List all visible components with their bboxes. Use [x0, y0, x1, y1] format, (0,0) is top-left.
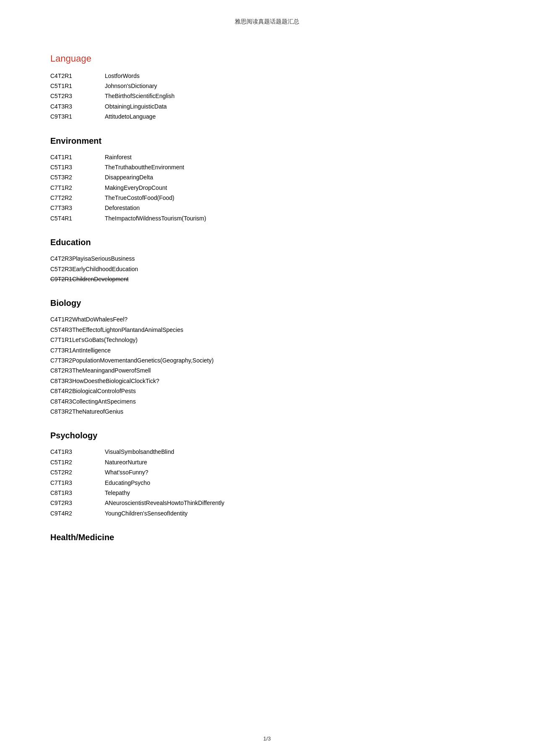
entry-title: Johnson'sDictionary — [105, 81, 157, 91]
entry-title: NatureorNurture — [105, 458, 147, 467]
section-title-psychology: Psychology — [50, 429, 484, 442]
entry-title: TheTruthabouttheEnvironment — [105, 163, 184, 172]
page: 雅思阅读真题话题题汇总 LanguageC4T2R1LostforWordsC5… — [0, 0, 534, 756]
entry-code: C7T1R3 — [50, 478, 105, 487]
entry-block: C7T3R1AntIntelligence — [50, 346, 484, 355]
page-footer: 1/3 — [0, 735, 534, 743]
entry-block: C4T2R3PlayisaSeriousBusiness — [50, 254, 484, 263]
entry-code: C9T3R1 — [50, 112, 105, 121]
entry-row: C9T4R2YoungChildren'sSenseofIdentity — [50, 509, 484, 518]
entry-block: C8T3R3HowDoestheBiologicalClockTick? — [50, 376, 484, 386]
entry-row: C5T3R2DisappearingDelta — [50, 173, 484, 182]
section-environment: EnvironmentC4T1R1RainforestC5T1R3TheTrut… — [50, 134, 484, 223]
section-title-health: Health/Medicine — [50, 531, 484, 544]
entry-code: C5T1R3 — [50, 163, 105, 172]
section-psychology: PsychologyC4T1R3VisualSymbolsandtheBlind… — [50, 429, 484, 518]
section-education: EducationC4T2R3PlayisaSeriousBusinessC5T… — [50, 236, 484, 284]
entry-block: C5T4R3TheEffectofLightonPlantandAnimalSp… — [50, 325, 484, 334]
entry-title: DisappearingDelta — [105, 173, 153, 182]
entry-title: AttitudetoLanguage — [105, 112, 156, 121]
entry-block: C5T2R3EarlyChildhoodEducation — [50, 264, 484, 274]
entry-row: C4T1R3VisualSymbolsandtheBlind — [50, 447, 484, 456]
entry-block: C9T2R1ChildrenDevelopment — [50, 274, 484, 284]
entry-title: YoungChildren'sSenseofIdentity — [105, 509, 188, 518]
sections-container: LanguageC4T2R1LostforWordsC5T1R1Johnson'… — [50, 51, 484, 544]
entry-block: C8T4R3CollectingAntSpecimens — [50, 397, 484, 406]
entry-code: C7T1R2 — [50, 183, 105, 192]
entry-block: C7T3R2PopulationMovementandGenetics(Geog… — [50, 356, 484, 365]
entry-block: C8T3R2TheNatureofGenius — [50, 407, 484, 416]
entry-code: C5T4R1 — [50, 214, 105, 223]
entry-code: C4T2R1 — [50, 71, 105, 80]
entry-row: C5T2R2What'ssoFunny? — [50, 468, 484, 477]
entry-title: ANeuroscientistRevealsHowtoThinkDifferen… — [105, 498, 224, 507]
entry-code: C5T1R2 — [50, 458, 105, 467]
page-header-title: 雅思阅读真题话题题汇总 — [235, 18, 299, 25]
entry-row: C5T2R3TheBirthofScientificEnglish — [50, 91, 484, 101]
entry-title: TheBirthofScientificEnglish — [105, 91, 175, 101]
entry-code: C5T2R3 — [50, 91, 105, 101]
entry-title: ObtainingLinguisticData — [105, 102, 167, 111]
entry-block: C8T2R3TheMeaningandPowerofSmell — [50, 366, 484, 375]
entry-title: Telepathy — [105, 488, 130, 497]
entry-row: C9T2R3ANeuroscientistRevealsHowtoThinkDi… — [50, 498, 484, 507]
entry-code: C5T1R1 — [50, 81, 105, 91]
entry-block: C8T4R2BiologicalControlofPests — [50, 386, 484, 396]
entry-code: C5T2R2 — [50, 468, 105, 477]
entry-code: C7T2R2 — [50, 193, 105, 202]
entry-row: C4T1R1Rainforest — [50, 153, 484, 162]
section-title-education: Education — [50, 236, 484, 249]
entry-row: C5T4R1TheImpactofWildnessTourism(Tourism… — [50, 214, 484, 223]
section-health: Health/Medicine — [50, 531, 484, 544]
entry-block: C4T1R2WhatDoWhalesFeel? — [50, 315, 484, 324]
entry-row: C4T3R3ObtainingLinguisticData — [50, 102, 484, 111]
entry-title: TheTrueCostofFood(Food) — [105, 193, 174, 202]
entry-row: C7T1R3EducatingPsycho — [50, 478, 484, 487]
entry-title: MakingEveryDropCount — [105, 183, 167, 192]
entry-code: C4T3R3 — [50, 102, 105, 111]
section-title-biology: Biology — [50, 296, 484, 310]
entry-row: C5T1R3TheTruthabouttheEnvironment — [50, 163, 484, 172]
entry-code: C9T2R3 — [50, 498, 105, 507]
section-title-language: Language — [50, 51, 484, 66]
entry-code: C9T4R2 — [50, 509, 105, 518]
entry-code: C4T1R3 — [50, 447, 105, 456]
entry-title: Deforestation — [105, 203, 140, 212]
entry-row: C5T1R1Johnson'sDictionary — [50, 81, 484, 91]
entry-row: C4T2R1LostforWords — [50, 71, 484, 80]
page-header: 雅思阅读真题话题题汇总 — [50, 17, 484, 26]
entry-row: C9T3R1AttitudetoLanguage — [50, 112, 484, 121]
entry-row: C8T1R3Telepathy — [50, 488, 484, 497]
entry-title: EducatingPsycho — [105, 478, 150, 487]
section-title-environment: Environment — [50, 134, 484, 148]
entry-code: C4T1R1 — [50, 153, 105, 162]
entry-row: C7T1R2MakingEveryDropCount — [50, 183, 484, 192]
entry-row: C7T2R2TheTrueCostofFood(Food) — [50, 193, 484, 202]
entry-row: C5T1R2NatureorNurture — [50, 458, 484, 467]
entry-code: C5T3R2 — [50, 173, 105, 182]
entry-row: C7T3R3Deforestation — [50, 203, 484, 212]
section-language: LanguageC4T2R1LostforWordsC5T1R1Johnson'… — [50, 51, 484, 121]
entry-block: C7T1R1Let'sGoBats(Technology) — [50, 335, 484, 344]
entry-code: C8T1R3 — [50, 488, 105, 497]
page-number: 1/3 — [263, 735, 271, 742]
entry-title: TheImpactofWildnessTourism(Tourism) — [105, 214, 206, 223]
entry-code: C7T3R3 — [50, 203, 105, 212]
entry-title: What'ssoFunny? — [105, 468, 148, 477]
entry-title: LostforWords — [105, 71, 140, 80]
entry-title: VisualSymbolsandtheBlind — [105, 447, 174, 456]
section-biology: BiologyC4T1R2WhatDoWhalesFeel?C5T4R3TheE… — [50, 296, 484, 416]
entry-title: Rainforest — [105, 153, 132, 162]
